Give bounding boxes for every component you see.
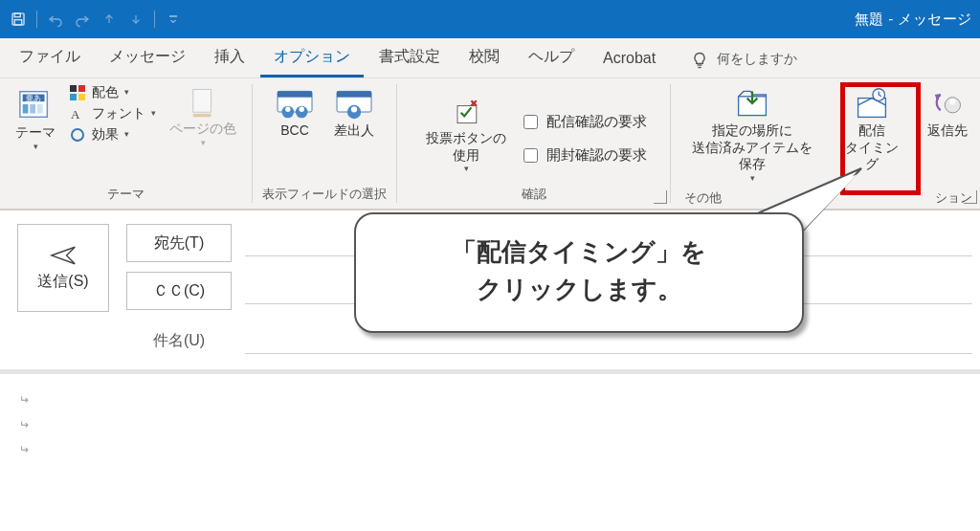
subject-label: 件名(U) bbox=[126, 331, 232, 351]
direct-replies-to-button[interactable]: 返信先 bbox=[919, 84, 976, 142]
voting-icon bbox=[448, 94, 484, 128]
delay-delivery-label: 配信 タイミング bbox=[841, 122, 902, 173]
chevron-down-icon: ▾ bbox=[124, 129, 129, 139]
send-button[interactable]: 送信(S) bbox=[17, 224, 109, 312]
to-button[interactable]: 宛先(T) bbox=[126, 224, 232, 262]
effects-label: 効果 bbox=[92, 126, 119, 144]
effects-icon bbox=[69, 126, 86, 144]
svg-rect-16 bbox=[193, 114, 212, 117]
qat-customize-button[interactable] bbox=[161, 7, 186, 32]
chevron-down-icon: ▾ bbox=[750, 173, 755, 183]
cc-button[interactable]: ＣＣ(C) bbox=[126, 272, 232, 310]
delivery-receipt-label: 配信確認の要求 bbox=[546, 113, 647, 131]
fonts-icon: A bbox=[69, 105, 86, 122]
themes-icon: 亜あ bbox=[17, 86, 54, 122]
cc-label: ＣＣ(C) bbox=[153, 281, 205, 301]
more-options-dialog-launcher[interactable] bbox=[964, 190, 977, 204]
bcc-icon bbox=[276, 86, 314, 121]
svg-point-22 bbox=[300, 107, 304, 112]
save-sent-item-button[interactable]: 指定の場所に 送信済みアイテムを保存 ▾ bbox=[680, 84, 824, 185]
svg-rect-12 bbox=[78, 94, 85, 100]
tab-help[interactable]: ヘルプ bbox=[515, 37, 588, 77]
quick-access-toolbar bbox=[6, 7, 186, 32]
send-label: 送信(S) bbox=[37, 272, 88, 292]
voting-buttons-button[interactable]: 投票ボタンの 使用 ▾ bbox=[420, 92, 512, 175]
svg-rect-1 bbox=[14, 13, 20, 17]
tab-acrobat[interactable]: Acrobat bbox=[590, 40, 669, 77]
svg-rect-11 bbox=[70, 94, 77, 100]
read-receipt-input[interactable] bbox=[523, 148, 538, 163]
fonts-button[interactable]: A フォント ▾ bbox=[69, 105, 156, 122]
to-label: 宛先(T) bbox=[154, 233, 204, 254]
svg-rect-6 bbox=[23, 104, 29, 114]
direct-replies-label: 返信先 bbox=[927, 122, 968, 140]
from-icon bbox=[335, 86, 373, 121]
tracking-dialog-launcher[interactable] bbox=[654, 190, 667, 204]
save-button[interactable] bbox=[6, 7, 31, 32]
svg-rect-15 bbox=[193, 89, 212, 112]
ribbon-tabs: ファイル メッセージ 挿入 オプション 書式設定 校閲 ヘルプ Acrobat … bbox=[0, 38, 980, 78]
svg-point-26 bbox=[351, 106, 357, 112]
chevron-down-icon: ▾ bbox=[201, 138, 206, 147]
instruction-callout: 「配信タイミング」を クリックします。 bbox=[354, 212, 804, 333]
page-color-label: ページの色 bbox=[169, 121, 236, 138]
read-receipt-label: 開封確認の要求 bbox=[546, 146, 647, 165]
effects-button[interactable]: 効果 ▾ bbox=[69, 126, 156, 144]
group-show-fields-label: 表示フィールドの選択 bbox=[262, 183, 387, 207]
message-body[interactable] bbox=[0, 380, 980, 470]
colors-button[interactable]: 配色 ▾ bbox=[69, 84, 156, 101]
undo-button[interactable] bbox=[43, 7, 68, 32]
tab-file[interactable]: ファイル bbox=[6, 37, 94, 77]
tab-options[interactable]: オプション bbox=[260, 37, 364, 77]
group-themes: 亜あ テーマ ▾ 配色 ▾ A bbox=[0, 78, 252, 209]
voting-label: 投票ボタンの 使用 bbox=[426, 130, 506, 164]
page-color-button[interactable]: ページの色 ▾ bbox=[164, 84, 242, 149]
chevron-down-icon: ▾ bbox=[151, 108, 156, 118]
group-show-fields: BCC 差出人 表示フィールドの選択 bbox=[253, 78, 396, 209]
direct-replies-icon bbox=[927, 86, 968, 121]
paragraph-mark bbox=[19, 387, 961, 412]
svg-rect-10 bbox=[78, 85, 85, 92]
window-title: 無題 - メッセージ bbox=[855, 11, 972, 29]
svg-rect-8 bbox=[37, 104, 43, 114]
chevron-down-icon: ▾ bbox=[124, 87, 129, 97]
tab-review[interactable]: 校閲 bbox=[456, 37, 513, 77]
colors-label: 配色 bbox=[92, 84, 119, 101]
svg-text:亜あ: 亜あ bbox=[26, 94, 41, 102]
svg-rect-9 bbox=[70, 85, 77, 92]
group-more-options: 指定の場所に 送信済みアイテムを保存 ▾ 配信 タイミング bbox=[671, 78, 980, 209]
paragraph-mark bbox=[19, 412, 961, 437]
chevron-down-icon: ▾ bbox=[464, 164, 469, 173]
save-sent-label: 指定の場所に 送信済みアイテムを保存 bbox=[686, 122, 818, 173]
delay-delivery-icon bbox=[852, 86, 892, 121]
previous-item-button[interactable] bbox=[97, 7, 122, 32]
read-receipt-checkbox[interactable]: 開封確認の要求 bbox=[520, 145, 647, 166]
group-more-options-label-l: その他 bbox=[684, 189, 722, 207]
tab-insert[interactable]: 挿入 bbox=[201, 37, 258, 77]
title-bar: 無題 - メッセージ bbox=[0, 0, 980, 38]
tab-format[interactable]: 書式設定 bbox=[366, 37, 454, 77]
callout-line2: クリックします。 bbox=[383, 271, 775, 308]
delay-delivery-button[interactable]: 配信 タイミング bbox=[835, 84, 907, 175]
group-tracking-label: 確認 bbox=[522, 183, 546, 207]
tab-message[interactable]: メッセージ bbox=[96, 37, 199, 77]
from-label: 差出人 bbox=[334, 122, 374, 140]
tell-me-search[interactable]: 何をしますか bbox=[690, 51, 797, 77]
delivery-receipt-input[interactable] bbox=[523, 115, 538, 129]
bcc-label: BCC bbox=[280, 122, 309, 140]
themes-button[interactable]: 亜あ テーマ ▾ bbox=[10, 84, 61, 153]
svg-rect-7 bbox=[30, 104, 35, 114]
bcc-button[interactable]: BCC bbox=[269, 84, 321, 142]
themes-button-label: テーマ bbox=[15, 124, 56, 142]
tell-me-label: 何をしますか bbox=[717, 51, 797, 68]
svg-rect-24 bbox=[337, 91, 371, 97]
redo-button[interactable] bbox=[70, 7, 95, 32]
callout-line1: 「配信タイミング」を bbox=[383, 233, 775, 271]
svg-rect-29 bbox=[858, 99, 885, 118]
from-button[interactable]: 差出人 bbox=[328, 84, 380, 142]
next-item-button[interactable] bbox=[123, 7, 148, 32]
colors-icon bbox=[69, 84, 86, 101]
lightbulb-icon bbox=[690, 51, 709, 70]
delivery-receipt-checkbox[interactable]: 配信確認の要求 bbox=[520, 112, 647, 132]
group-tracking: 投票ボタンの 使用 ▾ 配信確認の要求 開封確認の要求 確認 bbox=[397, 78, 670, 209]
